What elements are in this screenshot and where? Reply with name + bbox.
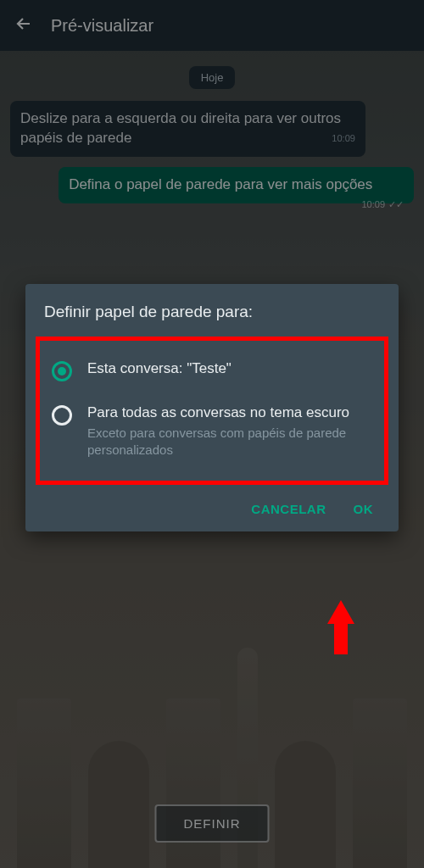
radio-unselected-icon: [52, 405, 72, 426]
ok-button[interactable]: OK: [354, 502, 374, 516]
set-wallpaper-dialog: Definir papel de parede para: Esta conve…: [25, 284, 399, 531]
wallpaper-preview-screen: Pré-visualizar Hoje Deslize para a esque…: [0, 0, 424, 868]
option-this-chat[interactable]: Esta conversa: "Teste": [48, 353, 376, 388]
dialog-actions: CANCELAR OK: [44, 492, 380, 521]
option-all-chats-sub: Exceto para conversas com papéis de pare…: [87, 425, 372, 459]
option-this-chat-label: Esta conversa: "Teste": [87, 359, 372, 379]
options-highlight-box: Esta conversa: "Teste" Para todas as con…: [36, 337, 388, 485]
cancel-button[interactable]: CANCELAR: [251, 502, 326, 516]
option-all-chats-label: Para todas as conversas no tema escuro: [87, 403, 372, 423]
arrow-annotation-icon: [321, 593, 361, 661]
radio-selected-icon: [52, 361, 72, 381]
option-all-chats[interactable]: Para todas as conversas no tema escuro E…: [48, 397, 376, 465]
dialog-title: Definir papel de parede para:: [44, 303, 380, 321]
